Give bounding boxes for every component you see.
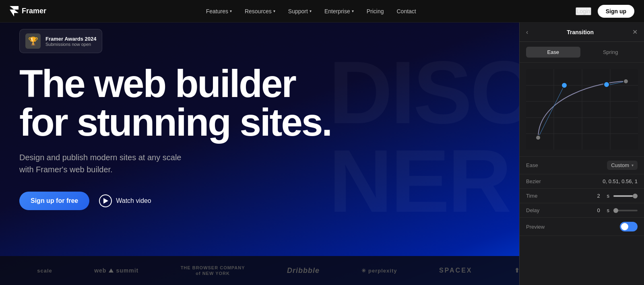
- svg-point-13: [623, 79, 628, 84]
- delay-row: Delay 0 s: [520, 203, 644, 218]
- logo-browser-company: THE BROWSER COMPANYof NEW YORK: [181, 265, 245, 277]
- preview-toggle[interactable]: [620, 222, 638, 231]
- spring-tab[interactable]: Spring: [584, 47, 638, 58]
- time-label: Time: [526, 193, 537, 199]
- ease-label: Ease: [526, 162, 538, 168]
- bezier-curve-area: [520, 63, 644, 157]
- panel-header: ‹ Transition ✕: [520, 23, 644, 42]
- logo-text: Framer: [22, 7, 46, 15]
- ease-spring-toggle: Ease Spring: [520, 42, 644, 63]
- ease-tab[interactable]: Ease: [526, 47, 580, 58]
- chevron-down-icon: ▾: [310, 9, 312, 13]
- time-value-container: 2 s: [597, 193, 638, 199]
- nav-features[interactable]: Features ▾: [206, 8, 232, 14]
- nav-contact[interactable]: Contact: [397, 8, 416, 14]
- websummit-triangle-icon: [109, 268, 114, 273]
- nav-enterprise[interactable]: Enterprise ▾: [324, 8, 354, 14]
- bezier-label: Bezier: [526, 178, 541, 184]
- hero-buttons: Sign up for free Watch video: [19, 192, 331, 210]
- panel-title: Transition: [567, 29, 594, 35]
- chevron-down-icon: ▾: [352, 9, 354, 13]
- chevron-down-icon: ▾: [230, 9, 232, 13]
- login-button[interactable]: Login: [576, 7, 591, 15]
- ease-row: Ease Custom ▾: [520, 157, 644, 174]
- delay-slider[interactable]: [613, 210, 638, 211]
- svg-point-12: [536, 135, 541, 140]
- delay-label: Delay: [526, 207, 539, 213]
- logo-websummit: web summit: [94, 267, 138, 274]
- delay-unit: s: [607, 207, 610, 213]
- time-row: Time 2 s: [520, 189, 644, 203]
- play-circle-icon: [99, 194, 112, 207]
- bezier-curve-svg: [526, 69, 638, 150]
- delay-slider-thumb: [613, 208, 618, 213]
- hero-section: DISCIPNER 🏆 Framer Awards 2024 Submissio…: [0, 0, 644, 285]
- delay-value-container: 0 s: [597, 207, 638, 213]
- time-value: 2: [597, 193, 603, 199]
- play-triangle-icon: [103, 198, 108, 204]
- delay-value: 0: [597, 207, 603, 213]
- hero-subtext: Design and publish modern sites at any s…: [19, 151, 196, 176]
- nav-pricing[interactable]: Pricing: [367, 8, 384, 14]
- navbar: Framer Features ▾ Resources ▾ Support ▾ …: [0, 0, 644, 23]
- bezier-value-container: 0, 0.51, 0.56, 1: [603, 178, 638, 184]
- logo-dribbble: Dribbble: [287, 266, 320, 275]
- slider-thumb: [633, 194, 638, 198]
- framer-logo[interactable]: Framer: [10, 6, 46, 17]
- time-slider[interactable]: [613, 195, 638, 197]
- award-badge[interactable]: 🏆 Framer Awards 2024 Submissions now ope…: [19, 29, 102, 53]
- award-title: Framer Awards 2024: [45, 36, 96, 42]
- hero-content: The web builder for stunning sites. Desi…: [19, 64, 331, 210]
- transition-panel: ‹ Transition ✕ Ease Spring: [519, 23, 644, 285]
- navbar-right: Login Sign up: [576, 5, 634, 18]
- watch-video-button[interactable]: Watch video: [99, 194, 151, 207]
- navbar-left: Framer: [10, 6, 46, 17]
- logo-spacex: SPACEX: [439, 267, 473, 274]
- bezier-value: 0, 0.51, 0.56, 1: [603, 178, 638, 184]
- slider-fill: [613, 195, 633, 197]
- svg-point-10: [561, 83, 567, 88]
- signup-button[interactable]: Sign up: [598, 5, 634, 18]
- ease-dropdown[interactable]: Custom ▾: [607, 161, 638, 170]
- panel-back-button[interactable]: ‹: [526, 29, 528, 36]
- award-subtitle: Submissions now open: [45, 42, 96, 47]
- preview-label: Preview: [526, 224, 545, 230]
- main-nav: Features ▾ Resources ▾ Support ▾ Enterpr…: [206, 8, 416, 14]
- chevron-down-icon: ▾: [632, 163, 634, 167]
- logo-scale: scale: [37, 268, 52, 274]
- chevron-down-icon: ▾: [273, 9, 275, 13]
- time-unit: s: [607, 193, 610, 199]
- hero-headline: The web builder for stunning sites.: [19, 64, 331, 142]
- preview-toggle-thumb: [621, 223, 628, 230]
- panel-close-button[interactable]: ✕: [632, 28, 638, 36]
- preview-row: Preview: [520, 218, 644, 236]
- nav-support[interactable]: Support ▾: [288, 8, 312, 14]
- nav-resources[interactable]: Resources ▾: [245, 8, 275, 14]
- framer-icon: [10, 6, 19, 17]
- ease-value: Custom ▾: [607, 161, 638, 170]
- svg-point-11: [604, 82, 609, 87]
- signup-free-button[interactable]: Sign up for free: [19, 192, 89, 210]
- bezier-row: Bezier 0, 0.51, 0.56, 1: [520, 174, 644, 189]
- award-text: Framer Awards 2024 Submissions now open: [45, 36, 96, 47]
- logo-perplexity: ✳ perplexity: [361, 268, 397, 274]
- award-icon: 🏆: [25, 33, 41, 49]
